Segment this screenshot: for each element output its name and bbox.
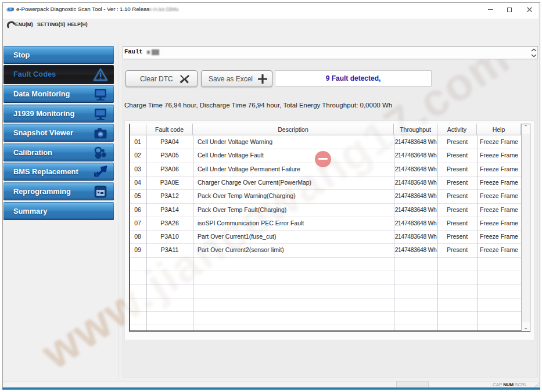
svg-text:jiancewang: jiancewang [136,123,381,310]
svg-text:www.: www. [32,268,163,379]
